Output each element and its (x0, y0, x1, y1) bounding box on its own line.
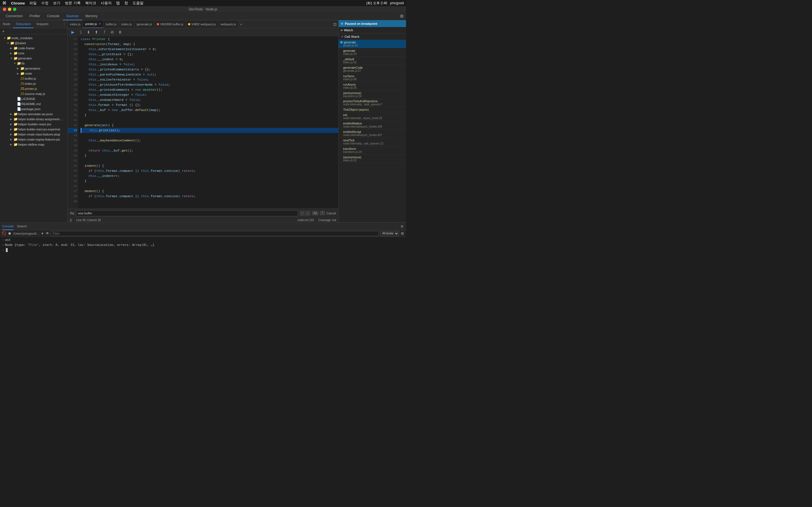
help-menu[interactable]: 도움말 (133, 1, 144, 6)
tab-filesystem[interactable]: Filesystem (13, 20, 34, 28)
console-tab[interactable]: Console (2, 223, 13, 230)
console-prompt[interactable]: › (2, 247, 404, 252)
search-cancel-btn[interactable]: Cancel (326, 212, 336, 215)
window-close[interactable] (3, 8, 6, 11)
tab-generate-js[interactable]: generate.js (135, 20, 154, 28)
window-maximize[interactable] (13, 8, 16, 11)
regex-btn[interactable]: .* (320, 211, 325, 215)
list-item[interactable]: ▶📁helper-define-map (0, 142, 67, 147)
tab-index-js[interactable]: index.js (68, 20, 83, 28)
more-tabs-icon[interactable]: » (239, 22, 244, 26)
close-panel-btn[interactable]: ✕ (400, 224, 404, 229)
tab-webpack-js[interactable]: webpack.js (218, 20, 239, 28)
step-out-btn[interactable]: ⬆ (93, 29, 100, 35)
search-input[interactable] (76, 210, 298, 216)
view-menu[interactable]: 보기 (53, 1, 60, 6)
console-level-select[interactable]: All levels (380, 231, 399, 236)
list-item[interactable]: ▼📁node_modules (0, 36, 67, 41)
callstack-entry[interactable]: generate index.js:24 (339, 48, 406, 57)
callstack-header[interactable]: ▼ Call Stack (339, 34, 406, 40)
tab-node[interactable]: Node (0, 20, 13, 28)
close-tab-icon[interactable]: ✕ (99, 22, 101, 25)
step-into-btn[interactable]: ⬇ (85, 29, 92, 35)
pause-on-exceptions-btn[interactable]: ⏸ (117, 29, 123, 35)
list-item[interactable]: ▶JSindex.js (0, 81, 67, 86)
match-case-btn[interactable]: Aa (312, 211, 318, 215)
list-item[interactable]: ▼📁generator (0, 56, 67, 61)
list-item[interactable]: ▼📁lib (0, 61, 67, 66)
pause-resume-btn[interactable]: ▶ (69, 29, 76, 35)
list-item[interactable]: ▶📄package.json (0, 107, 67, 112)
chrome-menu[interactable]: Chrome (11, 1, 25, 5)
eye-icon[interactable]: 👁 (46, 231, 49, 235)
window-menu[interactable]: 창 (124, 1, 128, 6)
watch-header[interactable]: ▶ Watch (339, 27, 406, 33)
dropdown-arrow-icon[interactable]: ▼ (41, 232, 44, 235)
settings-gear-icon[interactable]: ⚙ (400, 13, 404, 19)
list-item[interactable]: ▶JSbuffer.js (0, 76, 67, 81)
search-tab[interactable]: Search (17, 223, 27, 230)
callstack-entry[interactable]: (anonymous) index.js:32 (339, 155, 406, 163)
tab-console[interactable]: Console (44, 12, 63, 20)
tab-buffer-js[interactable]: buffer.js (103, 20, 119, 28)
clear-console-icon[interactable]: 🚫 (2, 231, 6, 235)
list-item[interactable]: ▶📁generators (0, 66, 67, 71)
tab-profiler[interactable]: Profiler (26, 12, 44, 20)
step-btn[interactable]: ⤴ (101, 29, 108, 35)
list-item[interactable]: ▶📁helper-builder-binary-assignment-... (0, 117, 67, 122)
callstack-entry[interactable]: generate printer.js:45 (339, 40, 406, 48)
step-over-btn[interactable]: ⤵ (77, 29, 84, 35)
list-item[interactable]: ▶📁core (0, 51, 67, 56)
list-item[interactable]: ▶📄README.md (0, 101, 67, 107)
callstack-entry[interactable]: (anonymous) transform.js:34 (339, 91, 406, 99)
window-minimize[interactable] (8, 8, 11, 11)
edit-menu[interactable]: 수정 (41, 1, 49, 6)
deactivate-breakpoints-btn[interactable]: ⊘ (109, 29, 116, 35)
list-item[interactable]: ▶📁helper-builder-react-jsx (0, 122, 67, 127)
list-item[interactable]: ▶📄LICENSE (0, 96, 67, 101)
list-item[interactable]: ▶📁helper-builder-react-jsx-experimer (0, 127, 67, 132)
tab-printer-js[interactable]: printer.js ✕ (83, 20, 103, 28)
apple-menu[interactable]: ⌘ (2, 1, 6, 6)
code-content[interactable]: class Printer { constructor(format, map)… (79, 36, 338, 209)
callstack-entry[interactable]: nextTick node:internal/p...ask_queues:13 (339, 138, 406, 146)
tab-snippets[interactable]: Snippets (34, 20, 51, 28)
list-item[interactable]: ▶JSprinter.js (0, 86, 67, 91)
settings-icon[interactable]: ⚙ (401, 231, 404, 236)
list-item[interactable]: ▼📁@babel (0, 41, 67, 46)
callstack-entry[interactable]: transform transform.js:24 (339, 146, 406, 155)
add-folder-icon[interactable]: + (2, 29, 4, 34)
callstack-entry[interactable]: TickObject (async) (339, 107, 406, 112)
callstack-entry[interactable]: runSync index.js:68 (339, 73, 406, 82)
tab-index2-js[interactable]: index.js (119, 20, 134, 28)
tab-sources[interactable]: Sources (63, 12, 82, 20)
list-item[interactable]: ▶JSsource-map.js (0, 91, 67, 96)
list-item[interactable]: ▶📁helper-annotate-as-pure (0, 112, 67, 117)
panel-tabs-more[interactable]: ⋮ (61, 22, 67, 26)
list-item[interactable]: ▶📁helper-create-regexp-features-plu (0, 137, 67, 142)
callstack-entry[interactable]: init node:internal/i...async_hook:25 (339, 112, 406, 121)
users-menu[interactable]: 사용자 (101, 1, 112, 6)
bookmarks-menu[interactable]: 북마크 (85, 1, 96, 6)
editor-format-icon[interactable]: ⊡ (332, 22, 338, 26)
search-next-btn[interactable]: ↓ (305, 211, 310, 216)
file-menu[interactable]: 파일 (29, 1, 37, 6)
list-item[interactable]: ▶📁node (0, 71, 67, 76)
search-prev-btn[interactable]: ↑ (300, 211, 305, 216)
tab-menu[interactable]: 탭 (116, 1, 120, 6)
callstack-entry[interactable]: _default index.js:92 (339, 57, 406, 65)
tab-vm1808-buffer[interactable]: VM1808 buffer.js (154, 20, 186, 28)
callstack-entry[interactable]: runAsync index.js:35 (339, 82, 406, 91)
preserve-log-icon[interactable]: ⏺ (8, 231, 11, 235)
tab-memory[interactable]: Memory (82, 12, 101, 20)
history-menu[interactable]: 방문 기록 (65, 1, 81, 6)
callstack-entry[interactable]: generateCode generate.js:57 (339, 65, 406, 73)
tab-connection[interactable]: Connection (2, 12, 26, 20)
callstack-entry[interactable]: emitInitNative node:internal/async_hooks… (339, 121, 406, 129)
callstack-entry[interactable]: processTicksAndRejections node:internal/… (339, 99, 406, 107)
list-item[interactable]: ▶📁helper-create-class-features-plugi (0, 132, 67, 137)
tab-vm92-webpack[interactable]: VM92 webpack.js (186, 20, 218, 28)
callstack-entry[interactable]: emitInitScript node:internal/async_hooks… (339, 129, 406, 138)
list-item[interactable]: ▶📁code-frame (0, 46, 67, 51)
console-filter-input[interactable] (51, 231, 378, 236)
